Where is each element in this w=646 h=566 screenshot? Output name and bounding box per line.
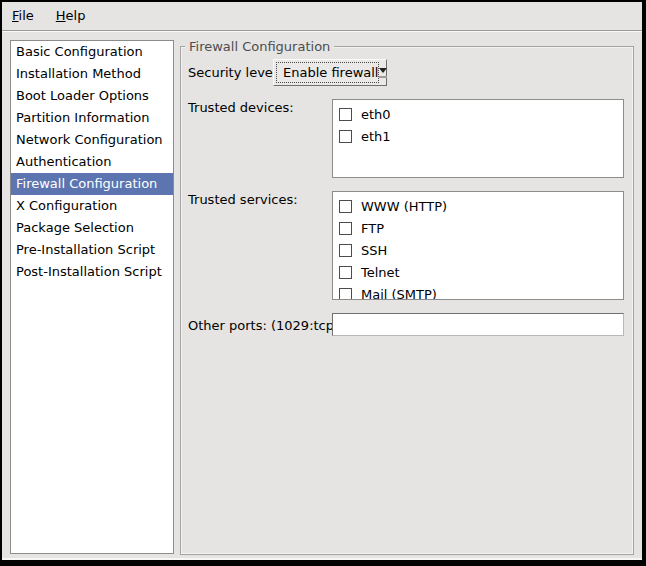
checkbox-label: FTP [361, 221, 384, 236]
checkbox-label: eth0 [361, 107, 391, 122]
list-item[interactable]: WWW (HTTP) [333, 195, 623, 217]
checkbox-label: Telnet [361, 265, 400, 280]
sidebar-item-label: Network Configuration [16, 132, 163, 147]
sidebar-item-label: Installation Method [16, 66, 141, 81]
security-level-value: Enable firewall [276, 62, 379, 83]
trusted-devices-list[interactable]: eth0 eth1 [332, 99, 624, 178]
main-window: File Help Basic Configuration Installati… [2, 2, 642, 558]
sidebar-item-label: Basic Configuration [16, 44, 143, 59]
menu-file[interactable]: File [2, 2, 46, 30]
sidebar-item-label: Authentication [16, 154, 111, 169]
trusted-services-label: Trusted services: [188, 192, 298, 207]
security-level-label: Security level: [188, 65, 281, 80]
other-ports-input[interactable] [332, 313, 624, 336]
chevron-down-icon [379, 60, 387, 85]
frame-title: Firewall Configuration [185, 39, 334, 54]
checkbox-label: WWW (HTTP) [361, 199, 447, 214]
checkbox[interactable] [339, 200, 352, 213]
sidebar-item-label: Pre-Installation Script [16, 242, 155, 257]
sidebar-item-label: Partition Information [16, 110, 150, 125]
list-item[interactable]: FTP [333, 217, 623, 239]
trusted-services-list[interactable]: WWW (HTTP) FTP SSH Telnet Mail (SMTP) [332, 191, 624, 300]
checkbox[interactable] [339, 266, 352, 279]
app-window: { "menu": { "items": [ { "label": "File"… [0, 0, 646, 566]
sidebar-item-label: X Configuration [16, 198, 117, 213]
list-item[interactable]: eth1 [333, 125, 623, 147]
sidebar-item[interactable]: Boot Loader Options [11, 85, 173, 107]
checkbox-label: SSH [361, 243, 387, 258]
menu-bar: File Help [2, 2, 642, 31]
checkbox[interactable] [339, 130, 352, 143]
checkbox-label: eth1 [361, 129, 391, 144]
checkbox[interactable] [339, 288, 352, 301]
list-item[interactable]: eth0 [333, 103, 623, 125]
sidebar-item[interactable]: Partition Information [11, 107, 173, 129]
checkbox[interactable] [339, 108, 352, 121]
other-ports-label: Other ports: (1029:tcp) [188, 318, 339, 333]
sidebar-item-label: Boot Loader Options [16, 88, 149, 103]
trusted-devices-label: Trusted devices: [188, 100, 294, 115]
sidebar-item[interactable]: Pre-Installation Script [11, 239, 173, 261]
sidebar-item[interactable]: Basic Configuration [11, 41, 173, 63]
checkbox[interactable] [339, 244, 352, 257]
checkbox[interactable] [339, 222, 352, 235]
sidebar-item-label: Firewall Configuration [16, 176, 157, 191]
list-item[interactable]: SSH [333, 239, 623, 261]
category-list[interactable]: Basic Configuration Installation Method … [10, 40, 174, 554]
checkbox-label: Mail (SMTP) [361, 287, 437, 301]
list-item[interactable]: Telnet [333, 261, 623, 283]
list-item[interactable]: Mail (SMTP) [333, 283, 623, 300]
sidebar-item[interactable]: Package Selection [11, 217, 173, 239]
sidebar-item[interactable]: Firewall Configuration [11, 173, 173, 195]
sidebar-item[interactable]: Network Configuration [11, 129, 173, 151]
sidebar-item[interactable]: X Configuration [11, 195, 173, 217]
sidebar-item-label: Post-Installation Script [16, 264, 162, 279]
menu-help[interactable]: Help [46, 2, 98, 30]
sidebar-item[interactable]: Installation Method [11, 63, 173, 85]
sidebar-item[interactable]: Post-Installation Script [11, 261, 173, 283]
sidebar-item[interactable]: Authentication [11, 151, 173, 173]
security-level-select[interactable]: Enable firewall [273, 59, 387, 86]
sidebar-item-label: Package Selection [16, 220, 134, 235]
